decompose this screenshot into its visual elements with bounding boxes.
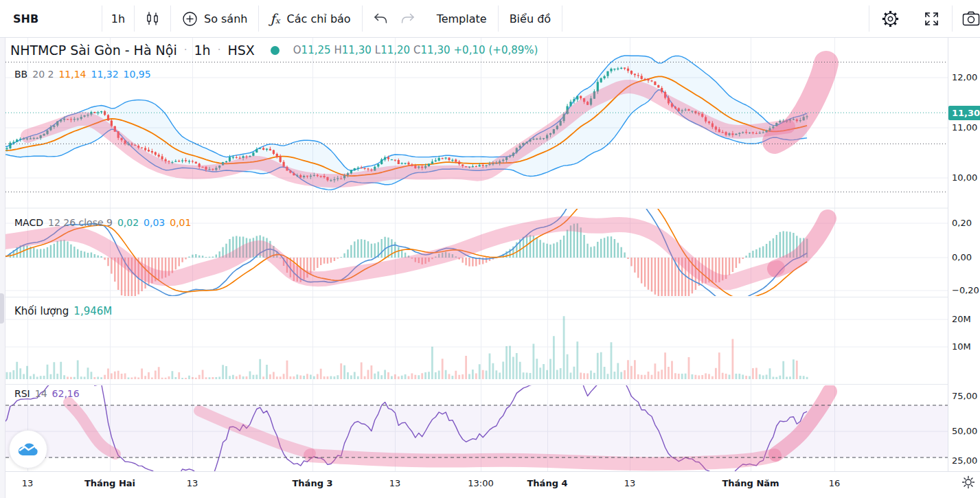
macd-line-value: 0,03 — [144, 217, 165, 228]
macd-hist-value: 0,02 — [117, 217, 139, 228]
macd-name: MACD — [14, 217, 43, 228]
theme-sun-icon[interactable] — [961, 475, 975, 489]
bb-upper-value: 11,32 — [91, 69, 118, 80]
indicators-label: Các chỉ báo — [287, 12, 351, 25]
symbol-name: NHTMCP Sài Gòn - Hà Nội — [10, 43, 177, 58]
axis-label: 11,00 — [952, 122, 977, 133]
drawing-toolbar-collapsed[interactable] — [0, 38, 5, 498]
redo-icon — [400, 12, 416, 25]
brush-drawing — [775, 63, 826, 142]
axis-label: 10M — [952, 341, 971, 352]
symbol-legend[interactable]: NHTMCP Sài Gòn - Hà Nội · 1h · HSX O11,2… — [10, 43, 538, 58]
time-label: Tháng Năm — [722, 478, 779, 488]
axis-label: 75,00 — [952, 391, 977, 401]
fx-icon: ƒₓ — [270, 11, 280, 26]
chart-window: SHB 1h So sánh ƒₓ Các chỉ báo — [0, 0, 980, 498]
time-label: 13 — [624, 478, 636, 488]
interval-button[interactable]: 1h — [102, 0, 134, 37]
brush-drawing — [310, 455, 775, 464]
volume-value: 1,946M — [73, 305, 112, 317]
template-button[interactable]: Template — [426, 0, 498, 37]
time-label: Tháng 4 — [527, 478, 567, 488]
bb-params: 20 2 — [32, 69, 54, 80]
change-percent: (+0,89%) — [489, 44, 538, 56]
current-price-badge: 11,30 — [948, 106, 980, 120]
rsi-params: 14 — [35, 388, 47, 399]
volume-legend[interactable]: Khối lượng 1,946M — [14, 305, 112, 317]
axis-label: −0,20 — [952, 285, 979, 295]
legend-exchange: HSX — [227, 43, 254, 58]
market-status-dot — [271, 46, 280, 55]
indicators-button[interactable]: ƒₓ Các chỉ báo — [259, 0, 361, 37]
undo-button[interactable] — [363, 0, 394, 37]
macd-pane — [0, 177, 808, 313]
rsi-legend[interactable]: RSI 14 62,16 — [14, 388, 80, 399]
top-toolbar: SHB 1h So sánh ƒₓ Các chỉ báo — [0, 0, 980, 38]
chart-style-button[interactable]: Biểu đồ — [499, 0, 562, 37]
rsi-value: 62,16 — [52, 388, 80, 399]
axis-label: 50,00 — [952, 426, 977, 436]
cloud-icon — [16, 441, 40, 457]
change-value: +0,10 — [454, 44, 486, 56]
fullscreen-button[interactable] — [911, 0, 952, 37]
axis-label: 25,00 — [952, 455, 977, 466]
time-label: 13 — [389, 478, 401, 488]
bb-lower-value: 10,95 — [124, 69, 151, 80]
toolbar-expand-handle[interactable] — [0, 293, 4, 324]
plus-circle-icon — [182, 11, 198, 27]
snapshot-button[interactable] — [953, 0, 980, 37]
axis-label: 20M — [952, 314, 971, 324]
candles-icon — [144, 10, 161, 27]
time-label: Tháng 3 — [292, 478, 332, 488]
bb-legend[interactable]: BB 20 2 11,14 11,32 10,95 — [14, 69, 151, 80]
legend-separator: · — [218, 44, 221, 56]
undo-icon — [372, 12, 389, 25]
time-axis[interactable]: 13Tháng Hai13Tháng 31313:00Tháng 413Thán… — [0, 471, 980, 498]
bb-basis-value: 11,14 — [58, 69, 86, 80]
redo-button[interactable] — [394, 0, 426, 37]
macd-legend[interactable]: MACD 12 26 close 9 0,02 0,03 0,01 — [14, 217, 191, 228]
macd-params: 12 26 close 9 — [48, 217, 113, 228]
broker-logo — [9, 430, 47, 468]
macd-signal-value: 0,01 — [170, 217, 191, 228]
axis-label: 10,00 — [952, 172, 977, 183]
time-label: 16 — [829, 478, 841, 488]
gear-icon — [881, 10, 900, 28]
axis-label: 0,00 — [952, 252, 972, 262]
camera-icon — [962, 10, 980, 27]
volume-pane — [6, 316, 808, 379]
time-label: 13 — [187, 478, 198, 488]
rsi-name: RSI — [14, 388, 30, 399]
legend-interval: 1h — [194, 43, 210, 58]
settings-button[interactable] — [869, 0, 911, 37]
time-label: Tháng Hai — [84, 478, 135, 488]
toolbar-divider — [562, 5, 562, 32]
price-axis[interactable]: 11,30 12,0011,0010,000,200,00−0,2020M10M… — [948, 38, 980, 472]
axis-label: 0,20 — [952, 218, 972, 228]
volume-name: Khối lượng — [14, 305, 69, 317]
axis-label: 12,00 — [952, 72, 977, 82]
chart-type-button[interactable] — [135, 0, 170, 37]
compare-label: So sánh — [204, 12, 247, 25]
compare-button[interactable]: So sánh — [171, 0, 258, 37]
time-label: 13 — [22, 478, 34, 488]
time-label: 13:00 — [468, 478, 493, 488]
fullscreen-icon — [923, 10, 940, 27]
legend-separator: · — [184, 44, 187, 56]
bb-name: BB — [14, 69, 27, 80]
symbol-button[interactable]: SHB — [0, 12, 102, 25]
ohlc-values: O11,25 H11,30 L11,20 C11,30 +0,10 (+0,89… — [293, 44, 538, 56]
